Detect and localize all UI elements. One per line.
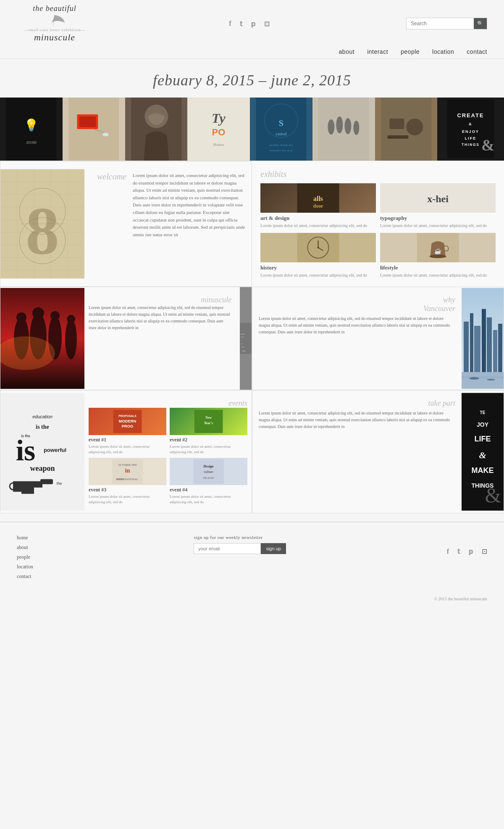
facebook-icon[interactable]: f bbox=[229, 20, 231, 27]
newsletter-input[interactable] bbox=[194, 543, 261, 554]
svg-text:ymbol: ymbol bbox=[276, 132, 287, 136]
takepart-content: take part Lorem ipsum dolor sit amet, co… bbox=[252, 391, 462, 513]
footer-copyright: © 2015 the beautiful minuscule bbox=[0, 592, 504, 607]
svg-text:Year's: Year's bbox=[204, 421, 213, 425]
event-1-thumb: PROPOSALS MODERN PROG bbox=[89, 408, 166, 435]
svg-text:PO: PO bbox=[212, 127, 226, 137]
svg-point-69 bbox=[16, 312, 26, 322]
exhibit-art-design-thumb: alls door bbox=[260, 183, 376, 213]
nav-location[interactable]: location bbox=[432, 48, 454, 55]
nav-people[interactable]: people bbox=[401, 48, 420, 55]
hero-image-3 bbox=[125, 98, 188, 161]
exhibit-art-design-desc: Lorem ipsum dolor sit amet, consectetur … bbox=[260, 223, 376, 229]
svg-rect-86 bbox=[464, 322, 469, 372]
twitter-icon[interactable]: 𝕥 bbox=[240, 20, 243, 28]
svg-rect-97 bbox=[0, 393, 84, 511]
svg-text:8: 8 bbox=[26, 193, 59, 268]
svg-point-28 bbox=[406, 119, 423, 135]
svg-point-23 bbox=[336, 116, 343, 133]
event-4-title: event #4 bbox=[170, 487, 247, 493]
svg-point-75 bbox=[67, 315, 75, 323]
svg-rect-29 bbox=[387, 135, 408, 139]
svg-rect-92 bbox=[498, 324, 502, 372]
svg-text:Modern: Modern bbox=[213, 143, 224, 147]
hero-image-6 bbox=[312, 98, 375, 161]
social-icons: f 𝕥 𝕡 ⊡ bbox=[229, 20, 269, 28]
event-1[interactable]: PROPOSALS MODERN PROG event #1 Lorem ips… bbox=[89, 408, 166, 454]
svg-text:PROG: PROG bbox=[122, 424, 133, 428]
instagram-icon[interactable]: ⊡ bbox=[264, 20, 270, 28]
events-section: education is the is the is powerful weap… bbox=[0, 390, 252, 513]
footer-social: f 𝕥 𝕡 ⊡ bbox=[447, 535, 487, 555]
exhibit-art-design-title: art & design bbox=[260, 215, 376, 222]
hero-image-2 bbox=[63, 98, 125, 161]
exhibit-history[interactable]: history Lorem ipsum dolor sit amet, cons… bbox=[260, 233, 376, 278]
svg-point-25 bbox=[353, 121, 359, 135]
event-3-desc: Lorem ipsum dolor sit amet, consectetur … bbox=[89, 494, 166, 504]
event-4[interactable]: Design culture FELILED event #4 Lorem ip… bbox=[170, 458, 247, 504]
hero-image-4: Ty PO Modern bbox=[187, 98, 250, 161]
event-2[interactable]: New Year's event #2 Lorem ipsum dolor si… bbox=[170, 408, 247, 454]
event-3[interactable]: OCTOBER 5PM in FOOD INTERNATIONAL event … bbox=[89, 458, 166, 504]
why-text: Lorem ipsum dolor sit amet, consectetur … bbox=[259, 315, 455, 335]
svg-point-24 bbox=[344, 118, 351, 134]
hero-image-5: S ymbol graphic design ma extensive use … bbox=[250, 98, 312, 161]
event-1-desc: Lorem ipsum dolor sit amet, consectetur … bbox=[89, 444, 166, 454]
footer-newsletter: sign up for our weekly newsletter sign u… bbox=[194, 535, 286, 554]
hero-image-7 bbox=[375, 98, 438, 161]
events-grid: PROPOSALS MODERN PROG event #1 Lorem ips… bbox=[89, 408, 247, 504]
svg-text:is the: is the bbox=[36, 424, 49, 430]
newsletter-submit[interactable]: sign up bbox=[261, 543, 286, 554]
svg-rect-88 bbox=[474, 326, 480, 372]
footer-pinterest-icon[interactable]: 𝕡 bbox=[469, 547, 473, 555]
nav-about[interactable]: about bbox=[339, 48, 355, 55]
takepart-label: take part bbox=[259, 399, 455, 408]
event-3-title: event #3 bbox=[89, 487, 166, 493]
why-vancouver-section: why Vancouver Lorem ipsum dolor sit amet… bbox=[252, 287, 504, 390]
search-area: 🔍 bbox=[406, 18, 487, 29]
svg-text:TE: TE bbox=[480, 410, 486, 415]
svg-text:culture: culture bbox=[204, 470, 213, 474]
search-input[interactable] bbox=[407, 18, 474, 29]
svg-text:LIFE: LIFE bbox=[475, 435, 491, 443]
svg-text:&: & bbox=[485, 483, 501, 507]
svg-rect-27 bbox=[389, 119, 404, 129]
exhibit-typography[interactable]: x-hei typography Lorem ipsum dolor sit a… bbox=[380, 183, 496, 229]
welcome-text: Lorem ipsum dolor sit amet, consectetur … bbox=[133, 172, 245, 276]
footer-twitter-icon[interactable]: 𝕥 bbox=[457, 547, 460, 555]
logo-top: the beautiful bbox=[33, 4, 76, 13]
exhibit-art-design[interactable]: alls door art & design Lorem ipsum dolor… bbox=[260, 183, 376, 229]
exhibit-lifestyle[interactable]: ☕ lifestyle Lorem ipsum dolor sit amet, … bbox=[380, 233, 496, 278]
svg-rect-94 bbox=[462, 376, 504, 378]
svg-text:New: New bbox=[205, 415, 212, 420]
footer-nav-people[interactable]: people bbox=[17, 554, 33, 560]
svg-text:MODERN: MODERN bbox=[119, 419, 136, 423]
svg-rect-26 bbox=[381, 98, 431, 161]
footer-instagram-icon[interactable]: ⊡ bbox=[482, 547, 487, 555]
pinterest-icon[interactable]: 𝕡 bbox=[251, 20, 256, 28]
footer-nav-about[interactable]: about bbox=[17, 544, 33, 551]
nav-interact[interactable]: interact bbox=[367, 48, 388, 55]
svg-point-73 bbox=[50, 311, 60, 320]
why-label: why Vancouver bbox=[259, 296, 455, 313]
footer-nav-contact[interactable]: contact bbox=[17, 573, 33, 580]
exhibit-history-desc: Lorem ipsum dolor sit amet, consectetur … bbox=[260, 272, 376, 278]
footer-nav-location[interactable]: location bbox=[17, 564, 33, 570]
exhibit-lifestyle-thumb: ☕ bbox=[380, 233, 496, 262]
svg-text:new: new bbox=[242, 350, 246, 352]
svg-text:door: door bbox=[313, 203, 324, 209]
footer-facebook-icon[interactable]: f bbox=[447, 548, 449, 555]
footer-nav-home[interactable]: home bbox=[17, 535, 33, 541]
svg-text:in: in bbox=[125, 467, 130, 474]
svg-rect-77 bbox=[240, 323, 252, 354]
svg-text:the: the bbox=[57, 481, 62, 486]
search-button[interactable]: 🔍 bbox=[474, 18, 487, 29]
svg-text:weapon: weapon bbox=[30, 464, 55, 473]
newsletter-form: sign up bbox=[194, 543, 286, 554]
exhibits-section: exhibits alls door art & design Lorem ip… bbox=[252, 161, 504, 287]
events-content: events PROPOSALS MODERN PROG event #1 Lo… bbox=[84, 391, 252, 513]
welcome-image: 8 bbox=[0, 161, 84, 286]
nav-contact[interactable]: contact bbox=[467, 48, 487, 55]
exhibit-typography-title: typography bbox=[380, 215, 496, 222]
exhibit-history-title: history bbox=[260, 264, 376, 271]
